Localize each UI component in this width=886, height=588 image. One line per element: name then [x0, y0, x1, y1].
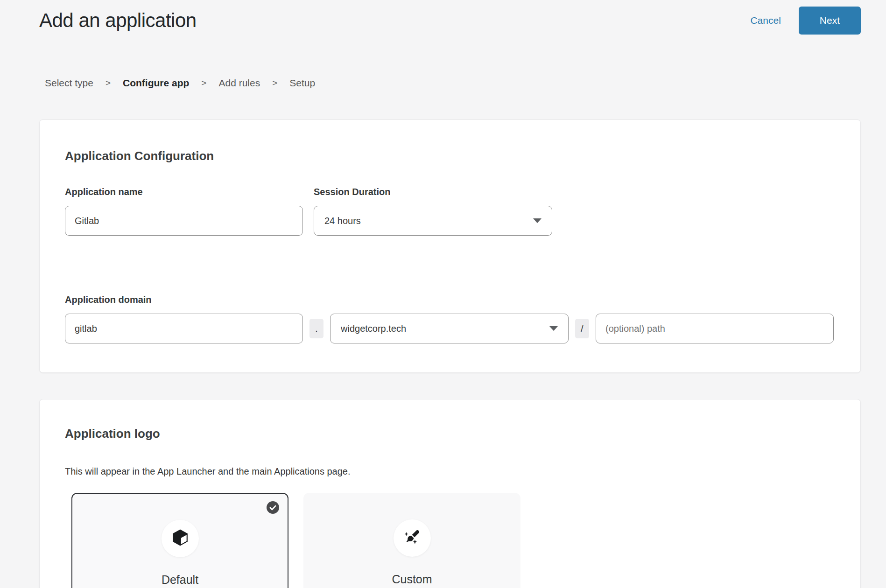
application-domain-row: . widgetcorp.tech /: [65, 314, 835, 343]
configuration-card-title: Application Configuration: [65, 149, 835, 163]
step-setup[interactable]: Setup: [289, 77, 315, 89]
logo-option-label: Default: [162, 573, 198, 587]
selected-check-icon: [267, 501, 279, 514]
paintbrush-icon: [403, 528, 422, 548]
domain-select-value: widgetcorp.tech: [341, 323, 406, 334]
breadcrumb-separator: >: [272, 78, 277, 88]
step-add-rules[interactable]: Add rules: [218, 77, 260, 89]
domain-select[interactable]: widgetcorp.tech: [330, 314, 569, 343]
logo-card-title: Application logo: [65, 427, 835, 441]
logo-options-row: Default Custom: [71, 493, 835, 588]
cube-icon: [171, 528, 190, 549]
path-input[interactable]: [596, 314, 834, 343]
application-domain-label: Application domain: [65, 294, 835, 305]
breadcrumb-separator: >: [201, 78, 206, 88]
session-duration-field-group: Session Duration 24 hours: [314, 187, 552, 236]
custom-logo-circle: [394, 519, 431, 557]
session-duration-value: 24 hours: [324, 216, 361, 226]
application-name-label: Application name: [65, 187, 303, 197]
breadcrumb-separator: >: [105, 78, 111, 88]
session-duration-label: Session Duration: [314, 187, 552, 197]
name-session-row: Application name Session Duration 24 hou…: [65, 187, 835, 236]
application-name-input[interactable]: [65, 206, 303, 236]
step-select-type[interactable]: Select type: [45, 77, 93, 89]
page-header: Add an application Cancel Next: [0, 0, 886, 35]
dot-separator: .: [309, 319, 323, 338]
application-domain-section: Application domain . widgetcorp.tech /: [65, 294, 835, 343]
logo-option-custom[interactable]: Custom: [303, 493, 520, 588]
chevron-down-icon: [533, 218, 541, 223]
page-title: Add an application: [39, 9, 750, 32]
add-application-page: Add an application Cancel Next Select ty…: [0, 0, 886, 588]
next-button[interactable]: Next: [799, 7, 861, 35]
chevron-down-icon: [549, 326, 558, 331]
application-name-field-group: Application name: [65, 187, 303, 236]
session-duration-select[interactable]: 24 hours: [314, 206, 552, 236]
step-configure-app[interactable]: Configure app: [123, 77, 189, 89]
cancel-button[interactable]: Cancel: [750, 15, 781, 26]
subdomain-input[interactable]: [65, 314, 303, 343]
default-logo-circle: [162, 520, 199, 557]
slash-separator: /: [575, 319, 589, 338]
logo-option-default[interactable]: Default: [71, 493, 288, 588]
logo-option-label: Custom: [392, 573, 432, 586]
logo-card-description: This will appear in the App Launcher and…: [65, 466, 835, 477]
breadcrumb: Select type > Configure app > Add rules …: [45, 77, 886, 89]
application-configuration-card: Application Configuration Application na…: [39, 119, 861, 373]
application-logo-card: Application logo This will appear in the…: [39, 399, 861, 588]
